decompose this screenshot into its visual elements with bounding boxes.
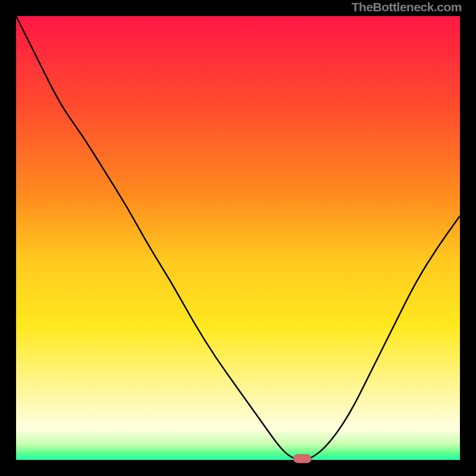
attribution-text: TheBottleneck.com: [352, 0, 462, 14]
bottleneck-chart: [0, 0, 476, 476]
minimum-marker: [293, 455, 311, 463]
plot-background: [16, 16, 460, 460]
